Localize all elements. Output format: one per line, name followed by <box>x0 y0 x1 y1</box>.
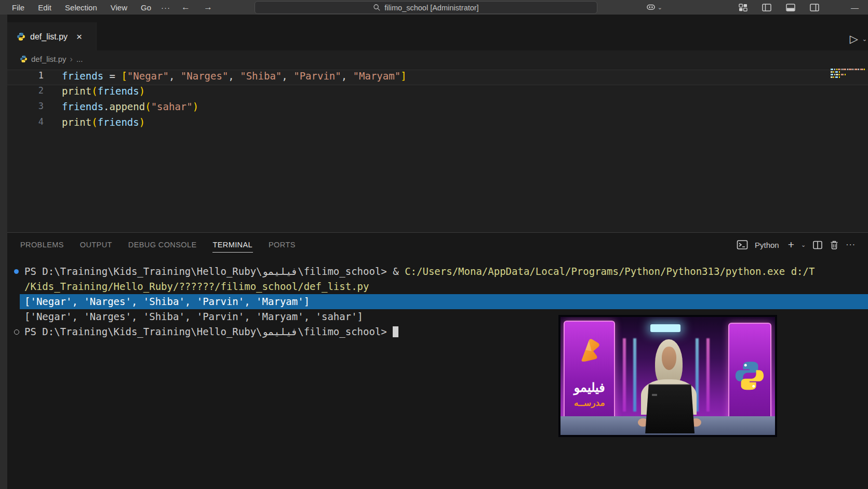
code-line-1[interactable]: 1friends = ["Negar", "Narges", "Shiba", … <box>7 70 868 85</box>
search-value: filimo_school [Administrator] <box>384 4 478 12</box>
command-center-search[interactable]: filimo_school [Administrator] <box>255 1 597 14</box>
menu-view[interactable]: View <box>105 2 133 13</box>
laptop <box>645 384 695 433</box>
minimize-button[interactable]: — <box>851 3 859 12</box>
code-line-3[interactable]: 3friends.append("sahar") <box>7 101 868 116</box>
tab-close-icon[interactable]: × <box>76 31 82 43</box>
run-dropdown-icon[interactable]: ⌄ <box>862 36 867 42</box>
terminal-cursor <box>393 326 398 337</box>
filimo-subtitle-text: مدرســه <box>565 398 614 408</box>
terminal-dropdown-icon[interactable]: ⌄ <box>801 242 806 247</box>
layout-controls <box>738 3 820 12</box>
panel-tab-output[interactable]: OUTPUT <box>79 237 113 252</box>
minimap-line <box>831 76 857 78</box>
copilot-chevron-icon: ⌄ <box>658 5 662 10</box>
code-text: friends = ["Negar", "Narges", "Shiba", "… <box>62 70 407 85</box>
back-button[interactable]: ← <box>175 2 197 12</box>
line-number[interactable]: 4 <box>7 116 44 132</box>
line-number[interactable]: 3 <box>7 101 44 116</box>
new-terminal-button[interactable]: + <box>788 239 794 251</box>
kill-terminal-trash-icon[interactable] <box>830 240 839 250</box>
customize-layout-icon[interactable] <box>738 3 748 12</box>
titlebar-actions: ⌄ — <box>646 0 868 15</box>
python-logo-icon <box>733 360 766 392</box>
presenter-face <box>662 347 676 370</box>
terminal-toolbar: Python + ⌄ ··· <box>737 233 856 257</box>
search-icon <box>373 4 381 11</box>
terminal-text: PS D:\Training\Kids_Training\Hello_Ruby\… <box>24 266 387 277</box>
laptop-logo <box>652 394 657 396</box>
activity-bar-edge <box>0 15 7 489</box>
menu-edit[interactable]: Edit <box>32 2 57 13</box>
command-decoration-success-icon[interactable] <box>14 269 19 274</box>
tab-def-list-py[interactable]: def_list.py × <box>7 22 97 51</box>
terminal-text: & <box>387 266 405 277</box>
panel-tabs: PROBLEMSOUTPUTDEBUG CONSOLETERMINALPORTS <box>7 233 296 257</box>
video-frame: فیلیمو مدرســه <box>560 317 775 435</box>
code-line-2[interactable]: 2print(friends) <box>7 85 868 101</box>
breadcrumb: def_list.py › ... <box>7 50 868 68</box>
toggle-secondary-sidebar-icon[interactable] <box>809 3 820 12</box>
neon-strip <box>623 338 626 412</box>
copilot-icon <box>646 2 656 12</box>
bottom-panel: PROBLEMSOUTPUTDEBUG CONSOLETERMINALPORTS… <box>7 233 868 489</box>
breadcrumb-separator: › <box>70 55 73 64</box>
forward-button[interactable]: → <box>197 2 219 12</box>
editor-actions: ▷ ⌄ <box>850 33 867 45</box>
more-menus-button[interactable]: ··· <box>157 2 175 13</box>
code-line-4[interactable]: 4print(friends) <box>7 116 868 132</box>
python-file-icon <box>20 55 28 63</box>
filimo-title-text: فیلیمو <box>565 380 614 395</box>
breadcrumb-symbols[interactable]: ... <box>76 55 83 63</box>
terminal-text: ['Negar', 'Narges', 'Shiba', 'Parvin', '… <box>24 311 363 322</box>
webcam-video-overlay: فیلیمو مدرســه <box>558 315 777 437</box>
minimap[interactable] <box>831 68 857 78</box>
split-terminal-icon[interactable] <box>812 240 823 250</box>
filimo-logo-icon <box>576 337 603 364</box>
code-editor[interactable]: 1friends = ["Negar", "Narges", "Shiba", … <box>7 68 868 232</box>
terminal-text: C:/Users/Mona/AppData/Local/Programs/Pyt… <box>405 266 814 277</box>
toggle-panel-icon[interactable] <box>785 3 796 12</box>
panel-tab-ports[interactable]: PORTS <box>268 237 296 252</box>
menu-bar: FileEditSelectionViewGo <box>6 2 157 13</box>
code-lines: 1friends = ["Negar", "Narges", "Shiba", … <box>7 70 868 132</box>
python-file-icon <box>17 32 25 41</box>
python-banner <box>728 323 771 429</box>
run-python-file-button[interactable]: ▷ <box>850 33 858 45</box>
copilot-button[interactable]: ⌄ <box>646 2 662 12</box>
panel-tab-problems[interactable]: PROBLEMS <box>20 237 64 252</box>
panel-tab-terminal[interactable]: TERMINAL <box>212 237 253 253</box>
title-bar: FileEditSelectionViewGo ··· ← → filimo_s… <box>0 0 868 15</box>
terminal-line: PS D:\Training\Kids_Training\Hello_Ruby\… <box>7 264 868 279</box>
line-number[interactable]: 1 <box>7 70 44 85</box>
vscode-window: FileEditSelectionViewGo ··· ← → filimo_s… <box>0 0 868 489</box>
terminal-line: /Kids_Training/Hello_Ruby/??????/filimo_… <box>7 279 868 294</box>
panel-more-actions-icon[interactable]: ··· <box>846 240 856 249</box>
panel-tab-debug-console[interactable]: DEBUG CONSOLE <box>128 237 197 252</box>
terminal-text: /Kids_Training/Hello_Ruby/??????/filimo_… <box>24 281 369 292</box>
terminal-shell-label[interactable]: Python <box>755 241 779 249</box>
line-number[interactable]: 2 <box>7 85 44 101</box>
command-decoration-prompt-icon[interactable] <box>14 329 19 335</box>
ceiling-light <box>650 324 680 333</box>
toggle-primary-sidebar-icon[interactable] <box>762 3 772 12</box>
tab-label: def_list.py <box>30 32 68 42</box>
code-text: friends.append("sahar") <box>62 101 198 116</box>
breadcrumb-file[interactable]: def_list.py <box>31 55 66 63</box>
filimo-banner: فیلیمو مدرســه <box>564 321 615 431</box>
menu-go[interactable]: Go <box>135 2 157 13</box>
terminal-text: PS D:\Training\Kids_Training\Hello_Ruby\… <box>24 326 393 337</box>
terminal-text: ['Negar', 'Narges', 'Shiba', 'Parvin', '… <box>24 296 310 307</box>
menu-selection[interactable]: Selection <box>59 2 103 13</box>
code-text: print(friends) <box>62 116 145 132</box>
terminal-line-selected: ['Negar', 'Narges', 'Shiba', 'Parvin', '… <box>20 294 868 309</box>
editor-tab-strip: def_list.py × ▷ ⌄ <box>7 15 868 51</box>
menu-file[interactable]: File <box>6 2 30 13</box>
terminal-icon <box>737 240 748 250</box>
neon-strip <box>633 338 636 412</box>
neon-strip <box>706 338 710 412</box>
code-text: print(friends) <box>62 85 145 101</box>
